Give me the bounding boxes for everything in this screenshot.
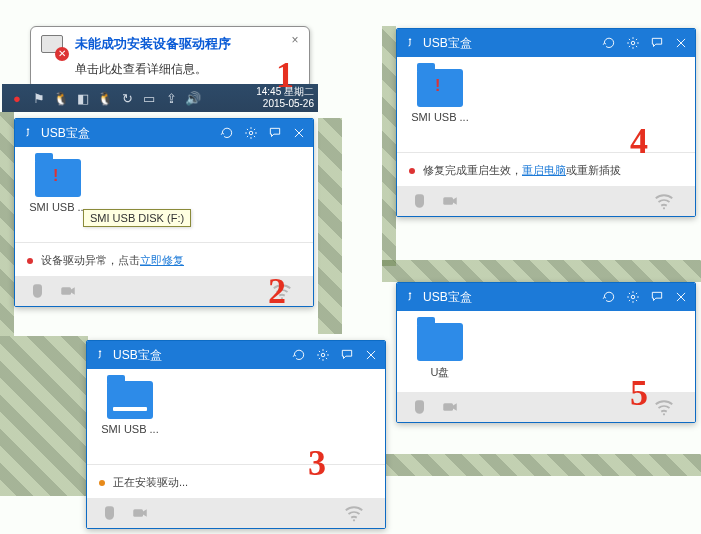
- svg-point-2: [281, 297, 283, 299]
- status-text: 修复完成重启生效，: [423, 163, 522, 178]
- usb-drive[interactable]: ! SMI USB ...: [409, 69, 471, 123]
- folder-progress-icon: [107, 381, 153, 419]
- mouse-icon[interactable]: [407, 396, 429, 418]
- usb-drive[interactable]: ! SMI USB ...: [27, 159, 89, 213]
- close-icon[interactable]: [363, 347, 379, 363]
- mouse-icon[interactable]: [97, 502, 119, 524]
- svg-point-11: [663, 413, 665, 415]
- gear-icon[interactable]: [315, 347, 331, 363]
- refresh-icon[interactable]: [219, 125, 235, 141]
- close-icon[interactable]: [673, 289, 689, 305]
- status-dot-icon: [409, 168, 415, 174]
- clock-time: 14:45 星期二: [256, 86, 314, 98]
- camera-icon[interactable]: [439, 190, 461, 212]
- folder-icon: [417, 323, 463, 361]
- usb-drive[interactable]: U盘: [409, 323, 471, 380]
- svg-point-6: [631, 41, 635, 45]
- mouse-icon[interactable]: [25, 280, 47, 302]
- status-text: 设备驱动异常，点击: [41, 253, 140, 268]
- wifi-icon[interactable]: [653, 190, 675, 212]
- wifi-icon[interactable]: [271, 280, 293, 302]
- driver-failed-balloon[interactable]: ✕ 未能成功安装设备驱动程序 单击此处查看详细信息。 ×: [30, 26, 310, 89]
- mouse-icon[interactable]: [407, 190, 429, 212]
- panel-footer: [397, 186, 695, 216]
- tray-usb-icon[interactable]: ⇪: [162, 89, 180, 107]
- refresh-icon[interactable]: [601, 35, 617, 51]
- folder-error-icon: !: [417, 69, 463, 107]
- camera-icon[interactable]: [57, 280, 79, 302]
- svg-rect-10: [443, 403, 453, 411]
- close-icon[interactable]: [291, 125, 307, 141]
- usb-drive[interactable]: SMI USB ...: [99, 381, 161, 435]
- fix-now-link[interactable]: 立即修复: [140, 253, 184, 268]
- usb-box-panel-5: USB宝盒 U盘: [396, 282, 696, 423]
- panel-title-bar: USB宝盒: [15, 119, 313, 147]
- close-icon[interactable]: [673, 35, 689, 51]
- drive-tooltip: SMI USB DISK (F:): [83, 209, 191, 227]
- tray-volume-icon[interactable]: 🔊: [184, 89, 202, 107]
- wifi-icon[interactable]: [343, 502, 365, 524]
- usb-box-panel-2: USB宝盒 ! SMI USB ... SMI USB DISK (F:) 设备…: [14, 118, 314, 307]
- tray-icon[interactable]: ●: [8, 89, 26, 107]
- balloon-close-button[interactable]: ×: [287, 33, 303, 49]
- feedback-icon[interactable]: [339, 347, 355, 363]
- panel-title-bar: USB宝盒: [397, 29, 695, 57]
- feedback-icon[interactable]: [649, 35, 665, 51]
- folder-error-icon: !: [35, 159, 81, 197]
- feedback-icon[interactable]: [649, 289, 665, 305]
- panel-title-text: USB宝盒: [423, 35, 601, 52]
- panel-footer: [397, 392, 695, 422]
- status-bar: 设备驱动异常，点击 立即修复: [15, 242, 313, 276]
- panel-title-text: USB宝盒: [41, 125, 219, 142]
- panel-title-text: USB宝盒: [423, 289, 601, 306]
- usb-icon: [21, 126, 35, 140]
- panel-footer: [15, 276, 313, 306]
- device-error-icon: ✕: [41, 35, 67, 59]
- panel-footer: [87, 498, 385, 528]
- status-dot-icon: [27, 258, 33, 264]
- panel-title-text: USB宝盒: [113, 347, 291, 364]
- usb-icon: [403, 290, 417, 304]
- svg-rect-7: [443, 197, 453, 205]
- tray-qq-icon[interactable]: 🐧: [96, 89, 114, 107]
- svg-point-9: [631, 295, 635, 299]
- clock-date: 2015-05-26: [256, 98, 314, 110]
- camera-icon[interactable]: [439, 396, 461, 418]
- status-dot-icon: [99, 480, 105, 486]
- usb-box-panel-3: USB宝盒 SMI USB ... 正在安装驱动...: [86, 340, 386, 529]
- usb-icon: [93, 348, 107, 362]
- refresh-icon[interactable]: [601, 289, 617, 305]
- svg-point-0: [249, 131, 253, 135]
- gear-icon[interactable]: [243, 125, 259, 141]
- tray-qq-icon[interactable]: 🐧: [52, 89, 70, 107]
- usb-box-panel-4: USB宝盒 ! SMI USB ... 修复完成重启生效， 重启电脑 或重新插拔: [396, 28, 696, 217]
- drive-label: SMI USB ...: [99, 423, 161, 435]
- tray-refresh-icon[interactable]: ↻: [118, 89, 136, 107]
- svg-point-5: [353, 519, 355, 521]
- taskbar-clock[interactable]: 14:45 星期二 2015-05-26: [256, 86, 314, 110]
- tray-icon[interactable]: ◧: [74, 89, 92, 107]
- svg-rect-1: [61, 287, 71, 295]
- feedback-icon[interactable]: [267, 125, 283, 141]
- status-text-suffix: 或重新插拔: [566, 163, 621, 178]
- refresh-icon[interactable]: [291, 347, 307, 363]
- restart-link[interactable]: 重启电脑: [522, 163, 566, 178]
- status-text: 正在安装驱动...: [113, 475, 188, 490]
- balloon-subtitle: 单击此处查看详细信息。: [75, 61, 299, 78]
- tray-battery-icon[interactable]: ▭: [140, 89, 158, 107]
- windows-taskbar: ● ⚑ 🐧 ◧ 🐧 ↻ ▭ ⇪ 🔊 14:45 星期二 2015-05-26: [2, 84, 318, 112]
- gear-icon[interactable]: [625, 289, 641, 305]
- gear-icon[interactable]: [625, 35, 641, 51]
- drive-label: SMI USB ...: [27, 201, 89, 213]
- balloon-title: 未能成功安装设备驱动程序: [75, 35, 231, 53]
- status-bar: 修复完成重启生效， 重启电脑 或重新插拔: [397, 152, 695, 186]
- usb-icon: [403, 36, 417, 50]
- camera-icon[interactable]: [129, 502, 151, 524]
- status-bar: 正在安装驱动...: [87, 464, 385, 498]
- svg-point-3: [321, 353, 325, 357]
- drive-label: U盘: [409, 365, 471, 380]
- tray-flag-icon[interactable]: ⚑: [30, 89, 48, 107]
- panel-title-bar: USB宝盒: [87, 341, 385, 369]
- wifi-icon[interactable]: [653, 396, 675, 418]
- svg-point-8: [663, 207, 665, 209]
